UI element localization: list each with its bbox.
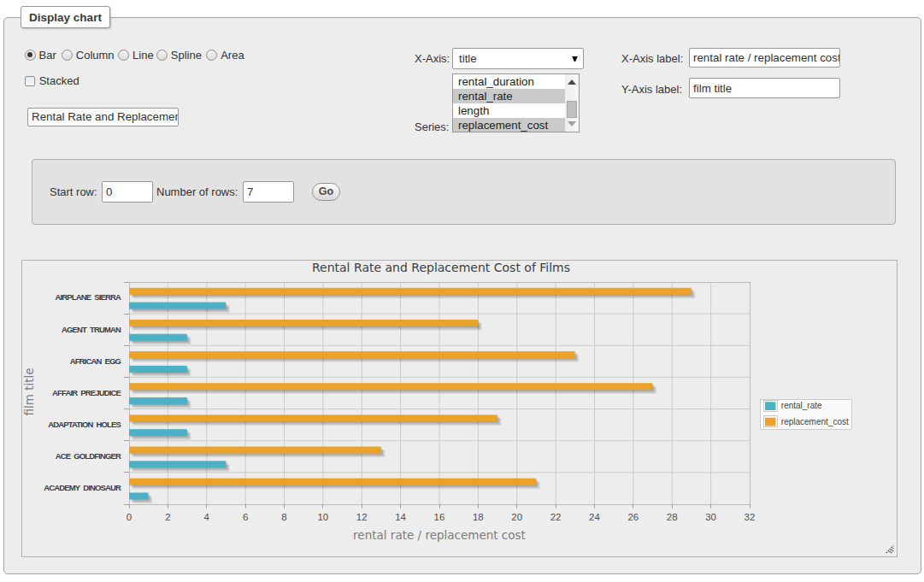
x-tick-label: 30 xyxy=(705,512,716,522)
y-axis-title: film title xyxy=(22,367,36,415)
rows-panel: Start row: Number of rows: Go xyxy=(32,159,896,225)
bar-rental_rate xyxy=(129,492,148,499)
xaxis-text-label: X-Axis label: xyxy=(621,52,683,65)
chart-type-radio-column[interactable]: Column xyxy=(62,49,115,62)
x-tick-label: 12 xyxy=(356,512,368,522)
xaxis-label-input[interactable] xyxy=(689,48,840,68)
bar-replacement_cost xyxy=(129,479,536,485)
category-label: ADAPTATION HOLES xyxy=(48,420,121,429)
num-rows-input[interactable] xyxy=(243,181,294,203)
chart-type-radio-line[interactable]: Line xyxy=(118,49,154,62)
chart-container: AIRPLANE SIERRAAGENT TRUMANAFRICAN EGGAF… xyxy=(21,260,898,557)
legend-swatch-rental_rate xyxy=(765,402,776,410)
radio-circle[interactable] xyxy=(62,50,73,61)
category-label: AIRPLANE SIERRA xyxy=(55,292,121,302)
x-tick-label: 28 xyxy=(667,512,678,522)
radio-circle[interactable] xyxy=(156,50,168,61)
x-axis-title: rental rate / replacement cost xyxy=(353,528,526,542)
x-tick-label: 10 xyxy=(317,512,328,522)
fieldset-legend: Display chart xyxy=(21,6,110,28)
radio-circle[interactable] xyxy=(25,50,36,61)
bar-replacement_cost xyxy=(129,447,381,454)
go-button[interactable]: Go xyxy=(312,183,340,202)
x-tick-label: 32 xyxy=(744,512,756,522)
xaxis-select-label: X-Axis: xyxy=(415,52,450,65)
series-select-label: Series: xyxy=(415,121,449,133)
legend-label: replacement_cost xyxy=(781,417,849,426)
start-row-label: Start row: xyxy=(50,185,97,198)
bar-rental_rate xyxy=(129,397,187,404)
start-row-input[interactable] xyxy=(102,181,153,203)
bar-rental_rate xyxy=(129,303,226,309)
xaxis-select[interactable]: title xyxy=(452,48,584,69)
fieldset-legend-text: Display chart xyxy=(29,11,102,24)
stacked-checkbox[interactable] xyxy=(25,76,35,86)
scroll-thumb[interactable] xyxy=(567,101,577,118)
x-tick-label: 26 xyxy=(627,512,639,522)
bar-chart: AIRPLANE SIERRAAGENT TRUMANAFRICAN EGGAF… xyxy=(22,261,897,556)
series-options: rental_durationrental_ratelengthreplacem… xyxy=(453,74,579,132)
series-option[interactable]: length xyxy=(453,103,579,118)
category-label: AFRICAN EGG xyxy=(70,356,121,366)
x-tick-label: 18 xyxy=(473,512,484,522)
x-tick-label: 16 xyxy=(434,512,445,522)
yaxis-label-input[interactable] xyxy=(689,78,840,98)
x-tick-label: 4 xyxy=(204,512,210,522)
bar-replacement_cost xyxy=(129,414,497,421)
num-rows-label: Number of rows: xyxy=(156,185,238,198)
x-tick-label: 14 xyxy=(395,512,406,522)
x-tick-label: 2 xyxy=(165,512,170,522)
category-label: ACADEMY DINOSAUR xyxy=(44,483,121,492)
scrollbar[interactable] xyxy=(565,74,579,132)
radio-label: Area xyxy=(221,49,244,62)
category-label: AFFAIR PREJUDICE xyxy=(52,388,121,397)
series-option[interactable]: replacement_cost xyxy=(453,118,579,132)
x-tick-label: 24 xyxy=(589,512,600,522)
chart-legend: rental_ratereplacement_cost xyxy=(760,400,852,430)
bar-replacement_cost xyxy=(129,351,575,358)
dropdown-arrow-icon xyxy=(572,56,578,62)
bar-replacement_cost xyxy=(129,288,692,295)
xaxis-select-value: title xyxy=(459,52,477,65)
bar-replacement_cost xyxy=(129,320,478,326)
category-label: ACE GOLDFINGER xyxy=(56,451,121,461)
radio-circle[interactable] xyxy=(206,50,217,61)
radio-circle[interactable] xyxy=(118,50,129,61)
stacked-label: Stacked xyxy=(39,74,79,87)
x-tick-label: 6 xyxy=(243,512,248,522)
display-chart-fieldset: BarColumnLineSplineArea Stacked X-Axis: … xyxy=(3,17,921,574)
chart-title: Rental Rate and Replacement Cost of Film… xyxy=(312,261,570,274)
radio-label: Column xyxy=(76,49,115,62)
chart-type-radio-spline[interactable]: Spline xyxy=(156,49,202,62)
category-label: AGENT TRUMAN xyxy=(62,325,121,334)
chart-type-radio-area[interactable]: Area xyxy=(206,49,244,62)
chart-type-radio-bar[interactable]: Bar xyxy=(25,49,56,62)
bar-rental_rate xyxy=(129,429,187,436)
bar-replacement_cost xyxy=(129,383,652,390)
legend-label: rental_rate xyxy=(781,401,822,410)
scroll-down-icon[interactable] xyxy=(568,121,576,126)
scroll-up-icon[interactable] xyxy=(568,79,576,85)
radio-label: Bar xyxy=(39,49,56,62)
x-tick-label: 8 xyxy=(281,512,286,522)
bar-rental_rate xyxy=(129,461,226,467)
x-tick-label: 22 xyxy=(550,512,562,522)
bar-rental_rate xyxy=(129,366,187,373)
series-option[interactable]: rental_duration xyxy=(453,74,579,89)
series-option[interactable]: rental_rate xyxy=(453,89,579,103)
chart-title-input[interactable] xyxy=(27,108,179,127)
series-multiselect[interactable]: rental_durationrental_ratelengthreplacem… xyxy=(452,73,580,132)
radio-label: Spline xyxy=(171,49,202,62)
yaxis-text-label: Y-Axis label: xyxy=(621,83,682,96)
x-tick-label: 20 xyxy=(511,512,522,522)
legend-swatch-replacement_cost xyxy=(765,418,776,426)
resize-grip-icon[interactable] xyxy=(886,546,893,553)
x-tick-label: 0 xyxy=(127,512,132,522)
page: Display chart BarColumnLineSplineArea St… xyxy=(0,0,924,582)
bar-rental_rate xyxy=(129,334,187,341)
radio-label: Line xyxy=(132,49,154,62)
